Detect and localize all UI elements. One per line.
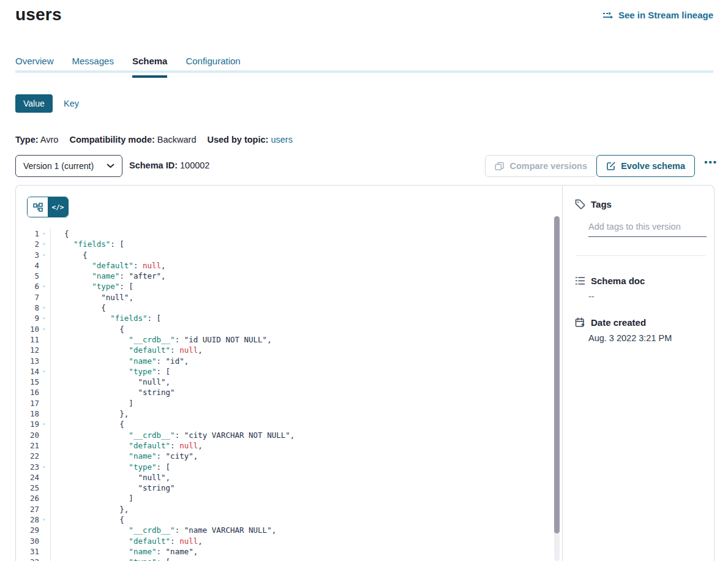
code-text: },: [50, 504, 129, 514]
schema-id-value: 100002: [180, 160, 209, 170]
tags-title: Tags: [591, 199, 612, 209]
stream-lineage-icon: [602, 11, 614, 20]
code-text: "default": null,: [50, 536, 203, 546]
fold-spacer: [39, 525, 49, 535]
fold-arrow-icon[interactable]: ▾: [39, 366, 49, 377]
code-text: {: [50, 250, 88, 260]
fold-arrow-icon[interactable]: ▾: [39, 313, 49, 323]
type-value: Avro: [40, 135, 59, 145]
fold-spacer: [39, 483, 49, 493]
code-text: {: [50, 514, 124, 525]
code-text: {: [50, 228, 69, 239]
version-select[interactable]: Version 1 (current): [15, 155, 122, 177]
line-number: 28: [16, 514, 39, 525]
calendar-icon: [575, 317, 585, 328]
tag-icon: [575, 199, 585, 209]
line-number: 18: [16, 409, 39, 419]
code-line: 31 "name": "name",: [16, 546, 552, 557]
compare-versions-button[interactable]: Compare versions: [485, 155, 597, 177]
code-line: 6▾ "type": [: [16, 281, 552, 292]
fold-arrow-icon[interactable]: ▾: [39, 239, 49, 249]
schema-code-editor: </> 1▾{2▾ "fields": [3▾ {4 "default": nu…: [16, 186, 563, 561]
code-line: 16 "string": [16, 387, 552, 397]
list-icon: [575, 276, 585, 285]
line-number: 17: [16, 398, 39, 409]
line-number: 11: [16, 334, 39, 345]
code-text: "__crdb__": "name VARCHAR NULL",: [50, 525, 276, 535]
line-number: 4: [16, 260, 39, 271]
fold-arrow-icon[interactable]: ▾: [39, 324, 49, 334]
fold-arrow-icon[interactable]: ▾: [39, 419, 49, 429]
line-number: 21: [16, 440, 39, 451]
compare-versions-icon: [495, 162, 505, 171]
code-text: "name": "after",: [50, 271, 166, 281]
compatibility-field: Compatibility mode: Backward: [69, 135, 196, 145]
code-text: "default": null,: [50, 260, 166, 271]
code-line: 13 "name": "id",: [16, 356, 552, 366]
code-line: 26 ]: [16, 493, 552, 503]
see-in-stream-lineage-link[interactable]: See in Stream lineage: [602, 10, 713, 20]
tab-messages[interactable]: Messages: [72, 56, 114, 78]
fold-spacer: [39, 398, 49, 409]
date-created-title: Date created: [591, 317, 646, 328]
line-number: 5: [16, 271, 39, 281]
code-text: "default": null,: [50, 440, 203, 451]
fold-arrow-icon[interactable]: ▾: [39, 281, 49, 292]
code-text: "null",: [50, 472, 170, 483]
tab-configuration[interactable]: Configuration: [186, 56, 240, 78]
line-number: 19: [16, 419, 39, 429]
code-line: 15 "null",: [16, 377, 552, 387]
line-number: 25: [16, 483, 39, 493]
fold-arrow-icon[interactable]: ▾: [39, 250, 49, 260]
add-tags-input[interactable]: [588, 220, 707, 237]
more-options-button[interactable]: •••: [704, 157, 718, 167]
used-by-topic-link[interactable]: users: [271, 135, 292, 145]
code-line: 3▾ {: [16, 250, 552, 260]
date-created-section-header: Date created: [575, 317, 646, 328]
evolve-schema-button[interactable]: Evolve schema: [596, 155, 695, 177]
line-number: 7: [16, 292, 39, 303]
schema-panel: </> 1▾{2▾ "fields": [3▾ {4 "default": nu…: [15, 185, 715, 561]
tab-schema[interactable]: Schema: [132, 56, 168, 78]
code-view-button[interactable]: </>: [48, 197, 68, 217]
tab-bar: Overview Messages Schema Configuration: [15, 56, 241, 78]
code-text: {: [50, 419, 124, 429]
line-number: 13: [16, 356, 39, 366]
code-line: 18 },: [16, 409, 552, 419]
code-text: "__crdb__": "city VARCHAR NOT NULL",: [50, 430, 295, 440]
code-text: "name": "name",: [50, 546, 198, 557]
line-number: 2: [16, 239, 39, 249]
code-lines: 1▾{2▾ "fields": [3▾ {4 "default": null,5…: [16, 228, 552, 561]
line-number: 9: [16, 313, 39, 323]
editor-scrollbar-track[interactable]: [554, 216, 560, 561]
fold-spacer: [39, 334, 49, 345]
tab-underline-track: [15, 70, 713, 73]
editor-scrollbar-thumb[interactable]: [554, 216, 560, 533]
sidebar-divider: [576, 255, 705, 256]
fold-arrow-icon[interactable]: ▾: [39, 557, 49, 561]
editor-view-toggle: </>: [27, 197, 69, 217]
fold-arrow-icon[interactable]: ▾: [39, 514, 49, 525]
fold-arrow-icon[interactable]: ▾: [39, 228, 49, 239]
key-toggle-link[interactable]: Key: [64, 99, 79, 108]
line-number: 12: [16, 345, 39, 355]
fold-arrow-icon[interactable]: ▾: [39, 462, 49, 472]
tree-view-icon: [33, 203, 43, 212]
code-text: "null",: [50, 377, 170, 387]
line-number: 20: [16, 430, 39, 440]
line-number: 15: [16, 377, 39, 387]
tab-overview[interactable]: Overview: [15, 56, 54, 78]
code-line: 28▾ {: [16, 514, 552, 525]
fold-arrow-icon[interactable]: ▾: [39, 303, 49, 313]
code-line: 10▾ {: [16, 324, 552, 334]
tree-view-button[interactable]: [28, 197, 48, 217]
type-field: Type: Avro: [15, 135, 58, 145]
schema-meta-row: Type: Avro Compatibility mode: Backward …: [15, 135, 293, 145]
code-text: "name": "id",: [50, 356, 189, 366]
code-line: 22 "name": "city",: [16, 451, 552, 461]
line-number: 26: [16, 493, 39, 503]
fold-spacer: [39, 356, 49, 366]
value-toggle-button[interactable]: Value: [15, 94, 53, 113]
fold-spacer: [39, 472, 49, 483]
date-created-value: Aug. 3 2022 3:21 PM: [588, 333, 672, 343]
